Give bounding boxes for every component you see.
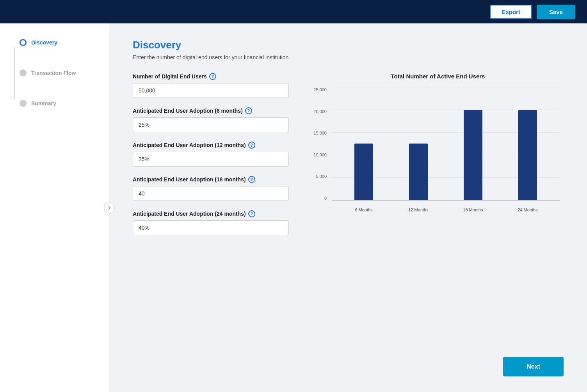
chart-bar — [464, 110, 482, 200]
step-label-discovery: Discovery — [31, 39, 57, 46]
label-adoption-18months: Anticipated End User Adoption (18 months… — [133, 176, 289, 183]
form-group-adoption-6months: Anticipated End User Adoption (6 months)… — [133, 107, 289, 132]
step-label-transaction-flow: Transaction Flow — [31, 70, 76, 76]
main-content: Discovery Enter the number of digital en… — [109, 23, 587, 345]
chart-bar — [354, 144, 373, 200]
y-label: 25,000 — [312, 87, 330, 92]
help-icon-adoption-12months[interactable]: ? — [248, 142, 255, 149]
step-summary[interactable]: Summary — [20, 100, 98, 107]
bar-group — [449, 87, 497, 200]
bar-group — [340, 87, 388, 200]
input-digital-end-users[interactable] — [133, 83, 289, 98]
page-title: Discovery — [133, 39, 564, 51]
chart-title: Total Number of Active End Users — [312, 73, 564, 80]
x-label: 18 Months — [449, 208, 497, 212]
label-adoption-12months: Anticipated End User Adoption (12 months… — [133, 142, 289, 149]
bar-group — [394, 87, 443, 200]
form-group-digital-end-users: Number of Digital End Users ? — [133, 73, 289, 98]
y-label: 15,000 — [312, 131, 330, 135]
sidebar-toggle[interactable] — [104, 202, 115, 213]
help-icon-digital-end-users[interactable]: ? — [209, 73, 216, 80]
form-group-adoption-24months: Anticipated End User Adoption (24 months… — [133, 210, 289, 235]
header: Export Save — [0, 0, 587, 23]
step-dot-transaction-flow — [20, 69, 27, 76]
chart-x-labels: 6 Months12 Months18 Months24 Months — [332, 208, 560, 212]
step-transaction-flow[interactable]: Transaction Flow — [20, 69, 98, 76]
page-subtitle: Enter the number of digital end users fo… — [133, 54, 564, 60]
export-button[interactable]: Export — [490, 5, 532, 19]
chart-bar — [409, 144, 428, 200]
step-discovery[interactable]: Discovery — [20, 39, 98, 46]
y-label: 20,000 — [312, 109, 330, 114]
step-dot-summary — [20, 100, 27, 107]
y-label: 10,000 — [312, 153, 330, 157]
help-icon-adoption-18months[interactable]: ? — [248, 176, 255, 183]
x-label: 6 Months — [340, 208, 388, 212]
next-button[interactable]: Next — [503, 357, 564, 376]
y-label: 5,000 — [312, 174, 330, 179]
content-grid: Number of Digital End Users ? Anticipate… — [133, 73, 564, 245]
step-dot-discovery — [20, 39, 27, 46]
save-button[interactable]: Save — [537, 5, 575, 19]
x-label: 24 Months — [503, 208, 552, 212]
footer: Next — [109, 345, 587, 392]
x-label: 12 Months — [394, 208, 443, 212]
input-adoption-6months[interactable] — [133, 117, 289, 132]
input-adoption-18months[interactable] — [133, 186, 289, 201]
form-section: Number of Digital End Users ? Anticipate… — [133, 73, 289, 245]
form-group-adoption-18months: Anticipated End User Adoption (18 months… — [133, 176, 289, 201]
chart-container: 05,00010,00015,00020,00025,000 6 Months1… — [312, 87, 564, 212]
bar-group — [503, 87, 552, 200]
sidebar: Discovery Transaction Flow Summary — [0, 23, 109, 392]
label-adoption-24months: Anticipated End User Adoption (24 months… — [133, 210, 289, 217]
main-layout: Discovery Transaction Flow Summary Disco… — [0, 23, 587, 392]
label-digital-end-users: Number of Digital End Users ? — [133, 73, 289, 80]
form-group-adoption-12months: Anticipated End User Adoption (12 months… — [133, 142, 289, 167]
chart-plot-area — [332, 87, 560, 200]
chart-y-axis: 05,00010,00015,00020,00025,000 — [312, 87, 330, 200]
y-label: 0 — [312, 196, 330, 200]
chart-section: Total Number of Active End Users 05,0001… — [312, 73, 564, 212]
step-list: Discovery Transaction Flow Summary — [12, 39, 98, 107]
input-adoption-12months[interactable] — [133, 152, 289, 167]
label-adoption-6months: Anticipated End User Adoption (6 months)… — [133, 107, 289, 114]
help-icon-adoption-24months[interactable]: ? — [248, 210, 255, 217]
input-adoption-24months[interactable] — [133, 220, 289, 235]
chart-bar — [518, 110, 537, 200]
step-label-summary: Summary — [31, 100, 56, 106]
help-icon-adoption-6months[interactable]: ? — [245, 107, 252, 114]
